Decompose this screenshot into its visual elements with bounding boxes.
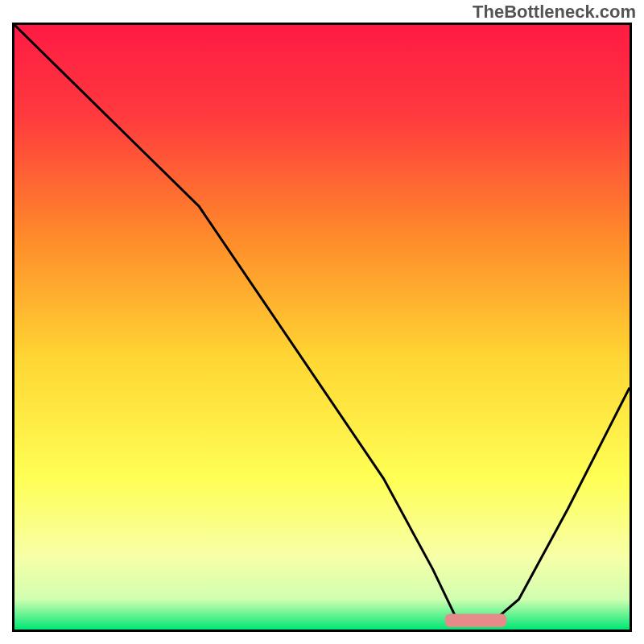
- plot-area: [12, 23, 632, 632]
- optimal-marker: [445, 614, 506, 628]
- chart-container: TheBottleneck.com: [0, 0, 644, 644]
- site-watermark: TheBottleneck.com: [473, 2, 636, 23]
- chart-svg: [14, 25, 630, 630]
